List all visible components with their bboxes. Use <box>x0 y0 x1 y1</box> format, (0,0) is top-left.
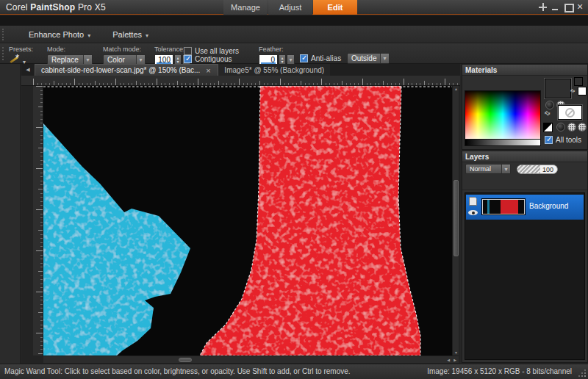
presets-label: Presets: <box>9 46 33 53</box>
transparent-icon <box>565 108 575 118</box>
contiguous-label: Contiguous <box>195 55 232 63</box>
layer-type-icon <box>469 197 477 206</box>
document-tab-active[interactable]: cabinet-side-red-lower-scan.jpg* @ 150% … <box>35 64 218 76</box>
visibility-eye-icon[interactable] <box>468 209 478 216</box>
scroll-up-icon[interactable] <box>453 87 459 91</box>
canvas[interactable] <box>43 86 452 355</box>
scroll-right-icon[interactable] <box>453 358 456 362</box>
anti-alias-mode-select[interactable]: Outside <box>347 53 390 64</box>
match-mode-value: Color <box>107 56 125 64</box>
black-white-swatch[interactable] <box>543 123 553 132</box>
document-area: cabinet-side-red-lower-scan.jpg* @ 150% … <box>21 64 460 364</box>
all-tools-checkbox[interactable]: All tools <box>545 136 581 144</box>
red-shape <box>200 86 420 355</box>
layers-toolbar <box>462 176 587 190</box>
resize-grip[interactable] <box>578 369 586 377</box>
layers-controls: Normal 100 <box>462 162 587 176</box>
close-icon[interactable] <box>576 2 585 12</box>
use-all-layers-label: Use all layers <box>195 47 239 55</box>
grayscale-strip[interactable] <box>465 140 541 146</box>
scroll-down-icon[interactable] <box>453 350 459 355</box>
workspace-tab-edit[interactable]: Edit <box>313 0 357 15</box>
caret-icon <box>380 54 389 63</box>
minimize-icon[interactable] <box>551 2 560 12</box>
feather-group: Feather: 0 <box>259 46 295 65</box>
horizontal-scrollbar[interactable] <box>43 355 459 363</box>
blend-mode-value: Normal <box>470 165 491 173</box>
opacity-slider[interactable]: 100 <box>517 165 558 174</box>
layers-palette: Layers Normal 100 <box>462 151 588 363</box>
match-mode-group: Match mode: Color <box>103 46 146 65</box>
layers-title: Layers <box>465 153 489 161</box>
app-title-bold: PaintShop <box>30 2 75 12</box>
checkbox-icon <box>300 54 308 62</box>
tool-options-bar: Presets: Mode: Replace Match mode: Color… <box>0 43 588 64</box>
background-swatch[interactable] <box>558 105 582 120</box>
contiguous-checkbox[interactable]: Contiguous <box>184 55 232 63</box>
foreground-swatch[interactable] <box>545 79 571 98</box>
layers-body: Normal 100 <box>462 162 587 362</box>
document-tab-bar: cabinet-side-red-lower-scan.jpg* @ 150% … <box>21 64 460 76</box>
mode-label: Mode: <box>47 46 93 53</box>
vertical-scroll-thumb[interactable] <box>453 180 459 256</box>
app-title: Corel PaintShop Pro X5 <box>6 2 106 12</box>
background-style-gradient-button[interactable] <box>567 123 576 131</box>
swap-property-icon[interactable] <box>570 85 575 94</box>
layer-name: Background <box>529 202 568 210</box>
background-property-swatch[interactable] <box>578 87 587 95</box>
layer-mini-column <box>467 195 480 219</box>
float-icon[interactable] <box>538 2 548 12</box>
workspace: cabinet-side-red-lower-scan.jpg* @ 150% … <box>0 64 588 364</box>
tools-palette <box>0 64 21 364</box>
tab-scroll-left-button[interactable] <box>21 64 35 76</box>
toolbar-grip[interactable] <box>2 29 6 40</box>
canvas-image <box>43 86 452 355</box>
options-grip[interactable] <box>2 47 5 60</box>
menu-bar <box>0 15 588 26</box>
standard-toolbar: Enhance Photo Palettes <box>0 26 588 43</box>
status-message: Magic Wand Tool: Click to select based o… <box>4 367 351 375</box>
anti-alias-label: Anti-alias <box>311 54 341 62</box>
background-style-texture-button[interactable] <box>578 123 587 131</box>
materials-header[interactable]: Materials <box>462 65 587 76</box>
mode-group: Mode: Replace <box>47 46 93 65</box>
use-all-layers-checkbox[interactable]: Use all layers <box>184 47 239 55</box>
horizontal-ruler <box>21 76 460 86</box>
image-info: Image: 19456 x 5120 x RGB - 8 bits/chann… <box>427 367 572 375</box>
feather-label: Feather: <box>259 46 295 53</box>
right-dock: Materials <box>462 64 588 364</box>
workspace-tabs: ManageAdjustEdit <box>223 0 358 15</box>
enhance-photo-label: Enhance Photo <box>29 30 84 39</box>
materials-palette: Materials <box>462 64 588 150</box>
app-title-suffix: Pro X5 <box>75 2 105 12</box>
workspace-tab-adjust[interactable]: Adjust <box>268 0 312 15</box>
blend-mode-select[interactable]: Normal <box>465 164 511 174</box>
layer-row-background[interactable]: Background <box>466 195 584 220</box>
swap-colors-icon[interactable] <box>545 108 551 117</box>
maximize-icon[interactable] <box>563 2 573 12</box>
horizontal-scroll-thumb[interactable] <box>179 358 192 362</box>
enhance-photo-button[interactable]: Enhance Photo <box>23 28 96 41</box>
vertical-scrollbar[interactable] <box>452 86 459 355</box>
materials-body: All tools <box>462 76 587 149</box>
background-style-solid-button[interactable] <box>556 123 565 131</box>
caret-icon <box>87 30 90 39</box>
app-title-prefix: Corel <box>6 2 30 12</box>
titlebar: Corel PaintShop Pro X5 ManageAdjustEdit <box>0 0 588 15</box>
layers-list[interactable]: Background <box>465 192 585 360</box>
vertical-ruler <box>33 86 43 355</box>
status-bar: Magic Wand Tool: Click to select based o… <box>0 364 588 379</box>
anti-alias-checkbox[interactable]: Anti-alias <box>300 54 341 62</box>
close-icon[interactable] <box>204 66 212 75</box>
workspace-tab-manage[interactable]: Manage <box>223 0 268 15</box>
color-picker[interactable] <box>465 90 541 140</box>
document-tab-inactive[interactable]: Image5* @ 55% (Background) <box>218 64 330 76</box>
anti-alias-mode-value: Outside <box>351 54 376 62</box>
scroll-left-icon[interactable] <box>447 358 450 362</box>
layers-header[interactable]: Layers <box>462 151 587 162</box>
foreground-property-swatch[interactable] <box>574 77 583 86</box>
caret-icon <box>146 30 148 39</box>
all-tools-label: All tools <box>556 136 581 144</box>
palettes-button[interactable]: Palettes <box>107 28 154 41</box>
materials-title: Materials <box>465 66 497 74</box>
